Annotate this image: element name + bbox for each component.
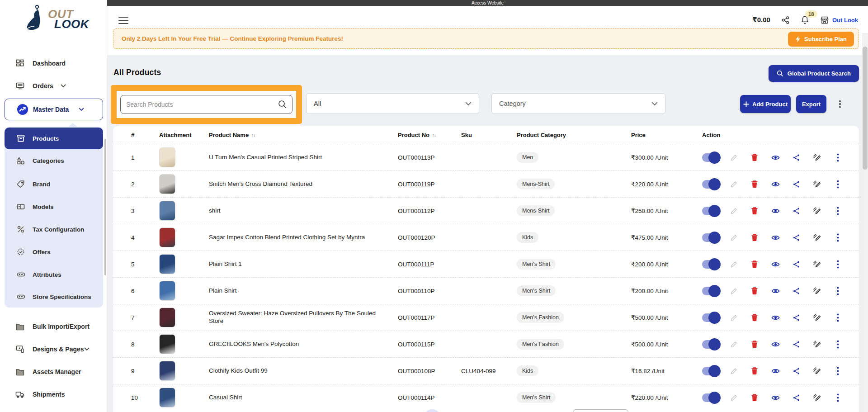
hamburger-menu-icon[interactable] <box>118 17 128 24</box>
row-kebab-menu[interactable] <box>833 153 842 162</box>
sidebar-item-designs-pages[interactable]: Designs & Pages <box>0 341 107 358</box>
sidebar-item-tax-configuration[interactable]: Tax Configuration <box>5 221 103 238</box>
row-kebab-menu[interactable] <box>833 260 842 269</box>
sidebar-item-dashboard[interactable]: Dashboard <box>0 55 107 72</box>
view-eye-icon[interactable] <box>771 393 780 402</box>
delete-trash-icon[interactable] <box>750 233 759 242</box>
sidebar-item-orders[interactable]: Orders <box>0 77 107 95</box>
status-toggle[interactable] <box>702 233 719 242</box>
status-toggle[interactable] <box>702 260 719 269</box>
share-row-icon[interactable] <box>792 393 801 402</box>
sidebar-item-store-specifications[interactable]: Store Specifications <box>5 288 103 305</box>
sidebar-item-assets-manager[interactable]: Assets Manager <box>0 363 107 380</box>
edit-pencil-icon-disabled[interactable] <box>729 206 738 215</box>
delete-trash-icon[interactable] <box>750 206 759 215</box>
view-eye-icon[interactable] <box>771 260 780 269</box>
share-row-icon[interactable] <box>792 153 801 162</box>
share-row-icon[interactable] <box>792 206 801 215</box>
view-eye-icon[interactable] <box>771 286 780 295</box>
status-toggle[interactable] <box>702 313 719 322</box>
view-eye-icon[interactable] <box>771 313 780 322</box>
notifications-button[interactable]: 18 <box>801 15 809 24</box>
row-kebab-menu[interactable] <box>833 340 842 349</box>
edit-pencil-icon-disabled[interactable] <box>729 180 738 189</box>
subscribe-plan-button[interactable]: Subscribe Plan <box>788 32 854 47</box>
product-name[interactable]: Oversized Sweater: Haze Oversized Pullov… <box>209 310 398 325</box>
row-kebab-menu[interactable] <box>833 313 842 322</box>
status-toggle[interactable] <box>702 207 719 215</box>
product-name[interactable]: U Turn Men's Casual Printed Striped Shir… <box>209 154 398 161</box>
row-kebab-menu[interactable] <box>833 206 842 215</box>
share-row-icon[interactable] <box>792 313 801 322</box>
edit-pencil-icon-disabled[interactable] <box>729 313 738 322</box>
view-eye-icon[interactable] <box>771 340 780 349</box>
product-name[interactable]: Plain Shirt <box>209 287 398 295</box>
view-eye-icon[interactable] <box>771 366 780 375</box>
view-eye-icon[interactable] <box>771 153 780 162</box>
sidebar-scrollbar[interactable] <box>104 139 106 275</box>
status-toggle[interactable] <box>702 367 719 375</box>
delete-trash-icon[interactable] <box>750 180 759 189</box>
delete-trash-icon[interactable] <box>750 366 759 375</box>
product-thumbnail[interactable] <box>159 227 175 247</box>
status-toggle[interactable] <box>702 393 719 402</box>
view-eye-icon[interactable] <box>771 180 780 189</box>
design-edit-icon[interactable] <box>812 206 821 215</box>
access-website-link[interactable]: Access Website <box>472 0 504 6</box>
product-name[interactable]: GRECIILOOKS Men's Polycotton <box>209 341 398 348</box>
search-products-input[interactable] <box>120 95 292 114</box>
status-toggle[interactable] <box>702 153 719 162</box>
product-name[interactable]: shirt <box>209 207 398 215</box>
rows-per-page-select[interactable] <box>573 409 628 412</box>
delete-trash-icon[interactable] <box>750 340 759 349</box>
delete-trash-icon[interactable] <box>750 313 759 322</box>
view-eye-icon[interactable] <box>771 233 780 242</box>
status-toggle[interactable] <box>702 287 719 295</box>
sidebar-item-attributes[interactable]: Attributes <box>5 266 103 283</box>
wallet-balance[interactable]: ₹0.00 <box>752 16 770 24</box>
more-options-kebab[interactable] <box>834 98 846 110</box>
delete-trash-icon[interactable] <box>750 260 759 269</box>
sidebar-item-bulk-import-export[interactable]: Bulk Import/Export <box>0 318 107 335</box>
export-button[interactable]: Export <box>796 95 826 113</box>
view-eye-icon[interactable] <box>771 206 780 215</box>
product-thumbnail[interactable] <box>159 254 175 274</box>
product-thumbnail[interactable] <box>159 308 175 327</box>
product-thumbnail[interactable] <box>159 201 175 221</box>
sidebar-item-products[interactable]: Products <box>5 128 103 149</box>
product-name[interactable]: Snitch Men's Cross Diamond Textured <box>209 180 398 188</box>
edit-pencil-icon-disabled[interactable] <box>729 286 738 295</box>
design-edit-icon[interactable] <box>812 393 821 402</box>
sort-icon[interactable]: ↑↓ <box>432 133 436 137</box>
edit-pencil-icon-disabled[interactable] <box>729 260 738 269</box>
share-row-icon[interactable] <box>792 233 801 242</box>
design-edit-icon[interactable] <box>812 180 821 189</box>
design-edit-icon[interactable] <box>812 313 821 322</box>
edit-pencil-icon-disabled[interactable] <box>729 340 738 349</box>
product-name[interactable]: Plain Shirt 1 <box>209 260 398 268</box>
status-toggle[interactable] <box>702 180 719 189</box>
row-kebab-menu[interactable] <box>833 233 842 242</box>
scope-filter-select[interactable]: All <box>306 93 479 114</box>
global-product-search-button[interactable]: Global Product Search <box>769 65 859 82</box>
delete-trash-icon[interactable] <box>750 153 759 162</box>
product-name[interactable]: Casual Shirt <box>209 394 398 402</box>
share-row-icon[interactable] <box>792 366 801 375</box>
search-icon[interactable] <box>278 100 287 109</box>
design-edit-icon[interactable] <box>812 366 821 375</box>
product-name[interactable]: Clothify Kids Outfit 99 <box>209 367 398 375</box>
store-menu-button[interactable]: Out Look <box>820 16 858 24</box>
design-edit-icon[interactable] <box>812 260 821 269</box>
sidebar-item-categories[interactable]: Categories <box>5 152 103 169</box>
sidebar-item-brand[interactable]: Brand <box>5 175 103 193</box>
edit-pencil-icon-disabled[interactable] <box>729 153 738 162</box>
product-thumbnail[interactable] <box>159 147 175 167</box>
edit-pencil-icon-disabled[interactable] <box>729 393 738 402</box>
sidebar-item-shipments[interactable]: Shipments <box>0 386 107 403</box>
row-kebab-menu[interactable] <box>833 180 842 189</box>
add-product-button[interactable]: Add Product <box>740 95 791 113</box>
design-edit-icon[interactable] <box>812 286 821 295</box>
share-button[interactable] <box>781 16 790 24</box>
share-row-icon[interactable] <box>792 286 801 295</box>
sidebar-item-master-data[interactable]: Master Data <box>5 99 103 120</box>
